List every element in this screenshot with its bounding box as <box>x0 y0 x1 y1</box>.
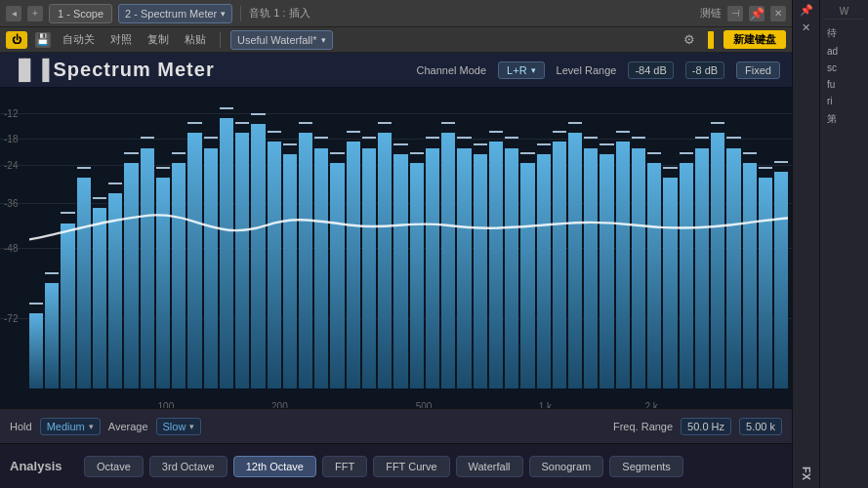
bar-group <box>141 88 154 388</box>
bar-peak <box>410 152 424 154</box>
far-right-item[interactable]: sc <box>824 61 864 75</box>
y-axis-label: -24 <box>4 160 18 171</box>
scope-btn[interactable]: 1 - Scope <box>49 4 112 23</box>
hold-dropdown[interactable]: Medium ▾ <box>40 418 101 435</box>
bar-peak <box>584 137 598 139</box>
fixed-button[interactable]: Fixed <box>736 61 780 79</box>
close-icon[interactable]: ✕ <box>770 6 786 21</box>
chain-icon[interactable]: ⊣ <box>727 6 743 21</box>
settings-icon[interactable]: ⚙ <box>681 31 698 49</box>
bar-group <box>680 88 693 388</box>
bar-group <box>61 88 74 388</box>
bar-fill <box>426 148 439 388</box>
far-right-item[interactable]: fu <box>824 77 864 92</box>
new-keyboard-button[interactable]: 新建键盘 <box>723 30 786 49</box>
bar-fill <box>172 163 186 388</box>
bar-peak <box>553 131 566 133</box>
channel-mode-button[interactable]: L+R ▾ <box>498 61 545 79</box>
freq-min-button[interactable]: 50.0 Hz <box>681 418 731 435</box>
pin-icon[interactable]: 📌 <box>749 6 765 21</box>
bar-group <box>45 88 59 388</box>
toggle-icon[interactable]: ◂ <box>6 6 21 21</box>
far-right-item[interactable]: 第 <box>824 110 864 128</box>
bar-group <box>29 88 43 388</box>
average-dropdown[interactable]: Slow ▾ <box>156 418 202 435</box>
y-axis-label: -72 <box>4 313 18 324</box>
bottom-controls: Hold Medium ▾ Average Slow ▾ Freq. Range… <box>0 408 792 443</box>
compare-btn[interactable]: 对照 <box>106 31 136 48</box>
analysis-btn-fft[interactable]: FFT <box>322 456 367 477</box>
plugin-dropdown-arrow: ▾ <box>321 35 326 45</box>
bar-fill <box>553 142 566 388</box>
spectrum-display[interactable]: -12-18-24-36-48-72 1002005001 k2 k <box>0 88 792 408</box>
bar-fill <box>299 133 312 388</box>
far-right-item[interactable]: 待 <box>824 24 864 42</box>
analysis-btn-sonogram[interactable]: Sonogram <box>529 456 604 477</box>
save-icon[interactable]: 💾 <box>35 32 51 48</box>
close-sidebar-icon[interactable]: ✕ <box>802 21 810 34</box>
bar-group <box>314 88 328 388</box>
bar-group <box>599 88 613 388</box>
bar-group <box>647 88 661 388</box>
freq-max-button[interactable]: 5.00 k <box>739 418 782 435</box>
analysis-btn-octave[interactable]: Octave <box>84 456 144 477</box>
analysis-buttons: Octave3rd Octave12th OctaveFFTFFT CurveW… <box>84 456 683 477</box>
level-max-button[interactable]: -8 dB <box>685 61 724 79</box>
bar-group <box>774 88 788 388</box>
bar-group <box>268 88 281 388</box>
bar-group <box>632 88 645 388</box>
bar-group <box>759 88 772 388</box>
bar-fill <box>108 193 122 388</box>
track-label: 音轨 1 : 插入 <box>249 6 310 20</box>
bar-group <box>410 88 424 388</box>
copy-btn[interactable]: 复制 <box>144 31 173 48</box>
bar-peak <box>124 152 138 154</box>
bar-peak <box>426 137 439 139</box>
color-indicator <box>708 31 714 49</box>
bar-peak <box>774 161 788 163</box>
bar-peak <box>235 122 249 124</box>
y-axis-label: -18 <box>4 134 18 144</box>
analysis-btn-12th-octave[interactable]: 12th Octave <box>233 456 316 477</box>
bar-fill <box>726 148 740 388</box>
bar-fill <box>93 208 106 388</box>
analysis-btn-fft-curve[interactable]: FFT Curve <box>373 456 449 477</box>
bar-group <box>330 88 344 388</box>
bar-peak <box>647 152 661 154</box>
bar-group <box>474 88 487 388</box>
bar-fill <box>410 163 424 388</box>
bar-fill <box>268 142 281 388</box>
spectrum-btn[interactable]: 2 - Spectrum Meter ▾ <box>118 4 232 23</box>
bar-group <box>663 88 677 388</box>
right-sidebar: 📌 ✕ FX <box>792 0 819 488</box>
bar-group <box>172 88 186 388</box>
bar-group <box>77 88 91 388</box>
bar-fill <box>711 133 724 388</box>
bar-group <box>156 88 170 388</box>
plugin-logo: ▐▌▐ Spectrum Meter <box>12 59 215 81</box>
bar-fill <box>441 133 455 388</box>
bar-group <box>235 88 249 388</box>
add-icon[interactable]: + <box>27 6 43 21</box>
paste-btn[interactable]: 粘贴 <box>181 31 210 48</box>
bar-group <box>187 88 201 388</box>
pin-sidebar-icon[interactable]: 📌 <box>800 4 813 17</box>
bar-peak <box>537 143 551 145</box>
analysis-btn-segments[interactable]: Segments <box>609 456 683 477</box>
analysis-btn-3rd-octave[interactable]: 3rd Octave <box>149 456 227 477</box>
bar-fill <box>314 148 328 388</box>
power-button[interactable]: ⏻ <box>6 31 27 49</box>
bar-peak <box>251 113 265 115</box>
bar-peak <box>474 143 487 145</box>
bar-fill <box>362 148 376 388</box>
far-right-item[interactable]: ad <box>824 44 864 59</box>
auto-btn[interactable]: 自动关 <box>59 31 99 48</box>
chain-label: 测链 <box>700 6 722 20</box>
plugin-select[interactable]: Useful Waterfall* ▾ <box>230 30 333 50</box>
level-min-button[interactable]: -84 dB <box>628 61 673 79</box>
bar-group <box>489 88 503 388</box>
analysis-btn-waterfall[interactable]: Waterfall <box>456 456 523 477</box>
toolbar-second: ⏻ 💾 自动关 对照 复制 粘贴 Useful Waterfall* ▾ ⚙ 新… <box>0 27 792 53</box>
far-right-item[interactable]: ri <box>824 94 864 108</box>
y-axis-label: -48 <box>4 243 18 254</box>
